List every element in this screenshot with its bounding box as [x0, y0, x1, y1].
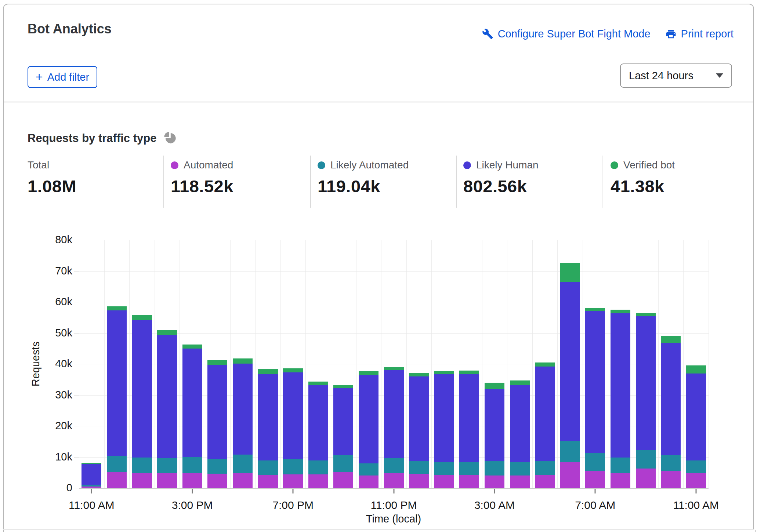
bar-segment-automated [510, 475, 530, 488]
bar-segment-likely-human [233, 364, 253, 455]
bar-segment-automated [258, 475, 278, 488]
bar-900pm [333, 385, 353, 488]
stat-likely-human-value: 802.56k [463, 176, 539, 196]
bar-segment-likely-human [459, 374, 479, 462]
bar-segment-automated [434, 475, 454, 488]
bar-segment-likely-automated [485, 461, 504, 475]
bar-segment-likely-human [686, 374, 706, 460]
horizontal-gridline [79, 271, 709, 272]
page-title: Bot Analytics [28, 21, 112, 37]
stat-verified-bot: Verified bot 41.38k [611, 158, 675, 196]
configure-link-label: Configure Super Bot Fight Mode [498, 28, 651, 40]
time-range-dropdown[interactable]: Last 24 hours [620, 63, 732, 88]
print-report-link[interactable]: Print report [665, 28, 734, 40]
y-axis-tick [74, 271, 79, 272]
bar-600am [560, 263, 580, 488]
automated-legend-dot [171, 161, 178, 169]
bar-500pm [233, 358, 253, 488]
bar-500am [535, 362, 555, 488]
bar-100pm [132, 315, 152, 488]
bar-1100pm [384, 367, 404, 488]
bar-1200pm [107, 306, 127, 488]
stat-likely-human-label: Likely Human [476, 159, 539, 171]
stat-likely-human: Likely Human 802.56k [463, 158, 539, 196]
add-filter-label: Add filter [47, 71, 89, 83]
bar-segment-verified-bot [359, 371, 378, 375]
bar-segment-likely-automated [182, 457, 202, 473]
bar-segment-likely-automated [359, 463, 378, 475]
bar-segment-likely-human [384, 370, 404, 458]
bar-segment-verified-bot [333, 385, 353, 388]
bar-segment-likely-automated [207, 459, 227, 474]
x-axis-label: 3:00 PM [172, 499, 213, 511]
bar-segment-likely-automated [233, 455, 253, 473]
y-axis-tick [74, 488, 79, 488]
bar-300am [485, 383, 504, 488]
bar-segment-likely-human [258, 374, 278, 460]
bar-segment-likely-human [333, 388, 353, 455]
bar-segment-likely-automated [283, 459, 303, 474]
bar-segment-automated [283, 474, 303, 488]
stat-likely-automated-value: 119.04k [318, 176, 409, 196]
configure-super-bot-fight-mode-link[interactable]: Configure Super Bot Fight Mode [482, 28, 651, 40]
y-axis-label: 40k [17, 358, 72, 370]
header-actions: Configure Super Bot Fight Mode Print rep… [482, 28, 734, 40]
x-axis-label: 11:00 AM [673, 499, 719, 511]
add-filter-button[interactable]: + Add filter [28, 66, 97, 88]
bar-segment-automated [157, 473, 177, 488]
bar-segment-likely-human [157, 335, 177, 458]
y-axis-label: 80k [17, 234, 72, 246]
bar-segment-likely-automated [434, 462, 454, 475]
bar-200pm [157, 330, 177, 488]
bar-segment-likely-human [207, 365, 227, 459]
bar-segment-likely-automated [258, 460, 278, 475]
bar-segment-automated [132, 473, 152, 488]
bar-segment-likely-automated [384, 458, 404, 473]
bar-segment-verified-bot [434, 371, 454, 374]
stat-total: Total 1.08M [28, 158, 76, 196]
bar-segment-likely-automated [636, 450, 656, 469]
bar-segment-likely-automated [132, 458, 152, 473]
x-axis-label: 7:00 AM [575, 499, 615, 511]
stat-divider [163, 156, 164, 208]
y-axis-label: 70k [17, 265, 72, 277]
bar-segment-automated [233, 473, 253, 488]
bar-segment-likely-human [560, 282, 580, 441]
bar-segment-automated [560, 462, 580, 488]
bar-segment-likely-automated [409, 461, 429, 474]
bar-segment-likely-automated [157, 458, 177, 473]
bar-segment-likely-human [182, 349, 202, 457]
bar-segment-automated [107, 472, 127, 488]
bar-segment-verified-bot [510, 380, 530, 386]
bar-segment-verified-bot [384, 367, 404, 370]
bar-segment-likely-human [661, 343, 681, 456]
bar-1100am [686, 365, 706, 488]
stat-verified-bot-label: Verified bot [623, 159, 675, 171]
bar-700pm [283, 368, 303, 488]
bar-segment-likely-human [359, 375, 378, 464]
stat-total-value: 1.08M [28, 176, 76, 196]
bar-segment-automated [409, 474, 429, 488]
bar-100am [434, 371, 454, 488]
x-axis-tick [595, 489, 596, 493]
bar-segment-automated [182, 473, 202, 488]
stat-verified-bot-value: 41.38k [611, 176, 675, 196]
bar-segment-verified-bot [485, 383, 504, 389]
x-axis-tick [192, 489, 193, 493]
horizontal-gridline [79, 302, 709, 302]
bar-segment-likely-human [485, 389, 504, 462]
bar-segment-likely-automated [686, 460, 706, 474]
bar-segment-likely-automated [333, 455, 353, 472]
bar-segment-likely-human [611, 313, 630, 458]
x-axis-tick [91, 489, 92, 493]
bar-segment-verified-bot [258, 369, 278, 374]
vertical-gridline [709, 240, 709, 488]
bar-segment-automated [686, 473, 706, 488]
bar-segment-verified-bot [182, 345, 202, 349]
bar-segment-verified-bot [459, 371, 479, 374]
x-axis-label: 11:00 AM [69, 499, 115, 511]
bar-segment-verified-bot [207, 360, 227, 365]
x-axis-line [79, 488, 709, 489]
bar-segment-likely-human [283, 372, 303, 459]
chevron-down-icon [716, 73, 723, 78]
